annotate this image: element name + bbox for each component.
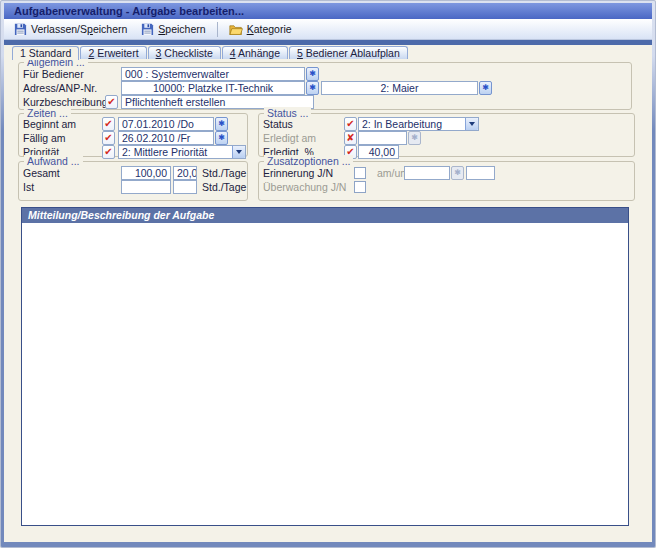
- prioritaet-check-button[interactable]: ✔: [102, 145, 115, 159]
- asterisk-icon: ✱: [218, 119, 225, 128]
- title-bar[interactable]: Aufgabenverwaltung - Aufgabe bearbeiten.…: [4, 3, 652, 19]
- toolbar-separator: [217, 22, 218, 37]
- erinnerung-datum-lookup-button: ✱: [451, 166, 464, 180]
- erledigt-prozent-field[interactable]: 40,00: [358, 145, 399, 159]
- check-icon: ✔: [104, 146, 112, 157]
- erinnerung-zeit-field[interactable]: [466, 166, 495, 180]
- prioritaet-select[interactable]: 2: Mittlere Priorität: [118, 145, 246, 159]
- adress-lookup-button[interactable]: ✱: [306, 81, 319, 95]
- erledigt-am-clear-button[interactable]: ✘: [344, 131, 357, 145]
- fuer-bediener-field[interactable]: 000 : Systemverwalter: [121, 67, 305, 81]
- tab-erweitert[interactable]: 2 Erweitert: [80, 46, 146, 59]
- asterisk-icon: ✱: [218, 133, 225, 142]
- status-check-button[interactable]: ✔: [344, 117, 357, 131]
- fuer-bediener-label: Für Bediener: [23, 68, 84, 81]
- group-allgemein-title: Allgemein ...: [24, 59, 88, 68]
- memo-panel: Mitteilung/Beschreibung der Aufgabe: [21, 207, 629, 526]
- chevron-down-icon[interactable]: [465, 118, 478, 130]
- asterisk-icon: ✱: [482, 83, 489, 92]
- tab-checkliste[interactable]: 3 Checkliste: [148, 46, 221, 59]
- beginnt-am-check-button[interactable]: ✔: [102, 117, 115, 131]
- tab-standard[interactable]: 1 Standard: [12, 46, 79, 60]
- chevron-down-icon[interactable]: [232, 146, 245, 158]
- memo-textarea[interactable]: [22, 223, 628, 525]
- faellig-am-label: Fällig am: [23, 132, 66, 145]
- memo-title: Mitteilung/Beschreibung der Aufgabe: [28, 209, 214, 221]
- faellig-am-lookup-button[interactable]: ✱: [215, 131, 228, 145]
- check-icon: ✔: [346, 118, 354, 129]
- group-zeiten: Zeiten ... Beginnt am ✔ 07.01.2010 /Do ✱…: [18, 113, 248, 157]
- beginnt-am-label: Beginnt am: [23, 118, 76, 131]
- faellig-am-check-button[interactable]: ✔: [102, 131, 115, 145]
- group-status: Status ... Status ✔ 2: In Bearbeitung Er…: [258, 113, 635, 157]
- tab-strip: 1 Standard 2 Erweitert 3 Checkliste 4 An…: [4, 45, 652, 59]
- adress-field[interactable]: 10000: Platzke IT-Technik: [121, 81, 305, 95]
- group-allgemein: Allgemein ... Für Bediener 000 : Systemv…: [18, 62, 632, 110]
- x-mark-icon: ✘: [346, 132, 354, 143]
- leave-save-button[interactable]: Verlassen/Speichern: [8, 21, 133, 37]
- faellig-am-field[interactable]: 26.02.2010 /Fr: [118, 131, 214, 145]
- kontakt-lookup-button[interactable]: ✱: [479, 81, 492, 95]
- window-title: Aufgabenverwaltung - Aufgabe bearbeiten.…: [14, 5, 244, 17]
- standard-tab-page: Allgemein ... Für Bediener 000 : Systemv…: [4, 59, 652, 542]
- erledigt-am-lookup-button: ✱: [408, 131, 421, 145]
- asterisk-icon: ✱: [309, 69, 316, 78]
- group-zusatzoptionen-title: Zusatzoptionen ...: [264, 155, 353, 167]
- save-button[interactable]: Speichern: [135, 21, 211, 37]
- ist-stunden-field[interactable]: [121, 180, 171, 194]
- save-exit-icon: [14, 23, 27, 35]
- status-select[interactable]: 2: In Bearbeitung: [358, 117, 479, 131]
- beginnt-am-field[interactable]: 07.01.2010 /Do: [118, 117, 214, 131]
- app-window: Aufgabenverwaltung - Aufgabe bearbeiten.…: [0, 0, 656, 548]
- ist-unit-label: Std./Tage: [202, 181, 246, 194]
- gesamt-label: Gesamt: [23, 167, 60, 180]
- asterisk-icon: ✱: [454, 168, 461, 177]
- save-icon: [141, 23, 154, 35]
- erledigt-am-field[interactable]: [358, 131, 407, 145]
- toolbar: Verlassen/Speichern Speichern Kategorie: [4, 19, 652, 40]
- folder-open-icon: [229, 24, 243, 35]
- ist-label: Ist: [23, 181, 34, 194]
- asterisk-icon: ✱: [411, 133, 418, 142]
- ueberwachung-checkbox[interactable]: [354, 181, 366, 193]
- tab-bediener-ablaufplan[interactable]: 5 Bediener Ablaufplan: [289, 46, 408, 59]
- ist-tage-field[interactable]: [173, 180, 197, 194]
- kurzbeschreibung-check-button[interactable]: ✔: [105, 95, 118, 109]
- gesamt-stunden-field[interactable]: 100,00: [121, 166, 171, 180]
- group-zusatzoptionen: Zusatzoptionen ... Erinnerung J/N am/um …: [258, 161, 635, 201]
- check-icon: ✔: [104, 132, 112, 143]
- erinnerung-checkbox[interactable]: [354, 167, 366, 179]
- group-aufwand: Aufwand ... Gesamt 100,00 20,0 Std./Tage…: [18, 161, 248, 201]
- erinnerung-label: Erinnerung J/N: [263, 167, 333, 180]
- asterisk-icon: ✱: [309, 83, 316, 92]
- erledigt-am-label: Erledigt am: [263, 132, 316, 145]
- ueberwachung-label: Überwachung J/N: [263, 181, 346, 194]
- status-label: Status: [263, 118, 293, 131]
- memo-header: Mitteilung/Beschreibung der Aufgabe: [22, 208, 628, 223]
- check-icon: ✔: [107, 96, 115, 107]
- gesamt-tage-field[interactable]: 20,0: [173, 166, 197, 180]
- tab-anhaenge[interactable]: 4 Anhänge: [222, 46, 288, 59]
- erinnerung-datum-field[interactable]: [404, 166, 450, 180]
- group-aufwand-title: Aufwand ...: [24, 155, 83, 167]
- beginnt-am-lookup-button[interactable]: ✱: [215, 117, 228, 131]
- kontakt-field[interactable]: 2: Maier: [321, 81, 478, 95]
- gesamt-unit-label: Std./Tage: [202, 167, 246, 180]
- adress-label: Adress/ANP-Nr.: [23, 82, 97, 95]
- fuer-bediener-lookup-button[interactable]: ✱: [306, 67, 319, 81]
- check-icon: ✔: [104, 118, 112, 129]
- category-button[interactable]: Kategorie: [223, 21, 298, 37]
